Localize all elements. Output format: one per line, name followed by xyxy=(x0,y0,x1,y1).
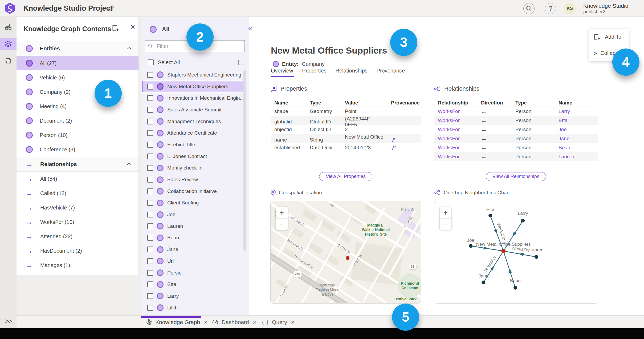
relationship-link[interactable]: WorksFor xyxy=(434,118,477,123)
view-all-properties-button[interactable]: View All Properties xyxy=(319,172,372,181)
rail-save-button[interactable] xyxy=(0,54,17,68)
select-all-row[interactable]: Select All xyxy=(145,57,245,68)
zoom-in-button[interactable]: + xyxy=(440,207,451,218)
entities-section-header[interactable]: Entities xyxy=(17,41,138,56)
item-checkbox[interactable] xyxy=(147,154,153,159)
entity-instance-item[interactable]: Uri xyxy=(142,255,246,267)
item-checkbox[interactable] xyxy=(147,188,153,194)
entity-type-item[interactable]: Conference (3) xyxy=(17,142,138,157)
entity-type-item[interactable]: Document (2) xyxy=(17,114,138,128)
help-button[interactable]: ? xyxy=(545,3,556,14)
item-checkbox[interactable] xyxy=(147,223,153,229)
close-tab-icon[interactable]: × xyxy=(253,319,256,325)
entity-instance-item[interactable]: Sales Associate Summit xyxy=(142,104,246,116)
entity-instance-item[interactable]: Collaboration initiative xyxy=(142,185,246,197)
person-node[interactable] xyxy=(482,281,485,284)
item-checkbox[interactable] xyxy=(147,177,153,183)
tab-provenance[interactable]: Provenance xyxy=(377,68,405,74)
close-tab-icon[interactable]: × xyxy=(204,319,207,325)
collapse-panel-icon[interactable]: « xyxy=(248,24,252,33)
item-checkbox[interactable] xyxy=(147,84,153,90)
relationship-type-item[interactable]: → HasDocument (2) xyxy=(17,244,138,258)
person-node[interactable] xyxy=(521,219,525,223)
relationship-link[interactable]: WorksFor xyxy=(434,136,477,142)
user-block[interactable]: Knowledge Studio publisher2 xyxy=(583,3,628,14)
person-node[interactable] xyxy=(513,286,517,290)
select-all-checkbox[interactable] xyxy=(148,59,154,65)
relationship-link[interactable]: WorksFor xyxy=(434,108,477,114)
entity-instance-item[interactable]: Jane xyxy=(142,244,246,255)
zoom-out-button[interactable]: − xyxy=(276,218,288,230)
relationship-type-item[interactable]: → WorksFor (10) xyxy=(17,215,138,229)
entity-instance-item[interactable]: Innovations in Mechanical Engin... xyxy=(142,92,246,104)
entity-instance-item[interactable]: Beau xyxy=(142,232,246,244)
relationship-type-item[interactable]: → Manages (1) xyxy=(17,258,138,272)
close-panel-icon[interactable]: × xyxy=(131,23,135,31)
provenance-flag-icon[interactable] xyxy=(391,145,396,151)
entity-instance-item[interactable]: Attendance Certificate xyxy=(142,127,246,139)
rail-layers-button[interactable] xyxy=(0,38,17,50)
entity-link[interactable]: Etta xyxy=(555,118,598,123)
entity-instance-item[interactable]: Persie xyxy=(142,267,246,279)
item-checkbox[interactable] xyxy=(147,72,153,78)
entity-instance-item[interactable]: Joe xyxy=(142,209,246,220)
relationship-type-item[interactable]: → All (54) xyxy=(17,172,138,186)
rail-hierarchy-button[interactable] xyxy=(0,20,17,34)
expand-rail-button[interactable]: >> xyxy=(0,317,17,325)
entity-instance-item[interactable]: Sales Review xyxy=(142,174,246,185)
add-to-button[interactable]: Add To xyxy=(589,29,629,45)
item-checkbox[interactable] xyxy=(147,258,153,264)
entity-type-item[interactable]: Meeting (4) xyxy=(17,99,138,114)
relationship-link[interactable]: WorksFor xyxy=(434,154,477,160)
close-tab-icon[interactable]: × xyxy=(291,319,295,325)
relationship-link[interactable]: WorksFor xyxy=(434,145,477,151)
entity-instance-item[interactable]: L. Jones Contract xyxy=(142,151,246,162)
item-checkbox[interactable] xyxy=(147,165,153,171)
chevron-up-icon[interactable] xyxy=(127,162,132,166)
entity-type-item[interactable]: Vehicle (6) xyxy=(17,70,138,85)
relationship-type-item[interactable]: → HasVehicle (7) xyxy=(17,200,138,215)
edit-title-icon[interactable] xyxy=(107,5,115,12)
view-all-relationships-button[interactable]: View All Relationships xyxy=(486,172,546,181)
list-scrollbar[interactable] xyxy=(243,70,246,251)
entity-instance-item[interactable]: Lilith xyxy=(142,302,246,314)
entity-type-item[interactable]: All (27) xyxy=(17,56,138,70)
tab-dashboard[interactable]: Dashboard × xyxy=(212,316,256,329)
add-to-new-map-icon[interactable] xyxy=(238,59,245,66)
entity-instance-item[interactable]: Managment Techniques xyxy=(142,116,246,127)
entity-link[interactable]: Lauren xyxy=(555,154,598,160)
geospatial-map[interactable]: k Rd Sa W Clay St E Clay St Marshall St … xyxy=(270,201,421,304)
entity-link[interactable]: Beau xyxy=(555,145,598,151)
item-checkbox[interactable] xyxy=(147,293,153,299)
zoom-in-button[interactable]: + xyxy=(276,207,288,218)
entity-instance-item[interactable]: Etta xyxy=(142,279,246,290)
relationship-type-item[interactable]: → Called (12) xyxy=(17,186,138,200)
entity-instance-item[interactable]: Lauren xyxy=(142,220,246,232)
tab-properties[interactable]: Properties xyxy=(302,68,326,74)
tab-overview[interactable]: Overview xyxy=(271,68,293,74)
entity-link[interactable]: Jane xyxy=(555,136,598,142)
item-checkbox[interactable] xyxy=(147,235,153,241)
chevron-up-icon[interactable] xyxy=(127,47,132,50)
entity-link[interactable]: Joe xyxy=(555,127,598,132)
relationship-link[interactable]: WorksFor xyxy=(434,127,477,132)
one-hop-link-chart[interactable]: EttaLarryJoeLaurenJaneBeauNew Metal Offi… xyxy=(434,201,598,304)
item-checkbox[interactable] xyxy=(147,212,153,217)
item-checkbox[interactable] xyxy=(147,247,153,252)
item-checkbox[interactable] xyxy=(147,270,153,276)
search-button[interactable] xyxy=(523,3,535,14)
item-checkbox[interactable] xyxy=(147,95,153,101)
provenance-flag-icon[interactable] xyxy=(391,137,396,143)
entity-instance-item[interactable]: Firebird Title xyxy=(142,139,246,151)
item-checkbox[interactable] xyxy=(147,119,153,124)
relationship-type-item[interactable]: → Attended (22) xyxy=(17,229,138,244)
tab-query[interactable]: { } Query × xyxy=(262,316,295,329)
person-node[interactable] xyxy=(469,244,472,248)
entity-type-item[interactable]: Person (10) xyxy=(17,128,138,142)
entity-instance-item[interactable]: Staplers Mechanical Engineering xyxy=(142,69,246,81)
item-checkbox[interactable] xyxy=(147,130,153,136)
tab-knowledge-graph[interactable]: Knowledge Graph × xyxy=(146,316,207,329)
person-node[interactable] xyxy=(535,255,538,259)
item-checkbox[interactable] xyxy=(147,200,153,206)
item-checkbox[interactable] xyxy=(147,142,153,148)
